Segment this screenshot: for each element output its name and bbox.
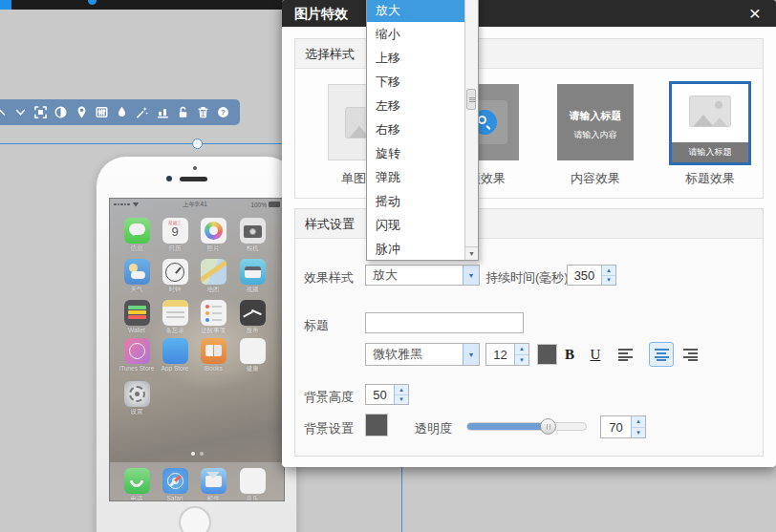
itunes-app-icon <box>124 338 150 364</box>
menu-item-6[interactable]: 右移 <box>367 117 465 141</box>
thumb-label-content: 内容效果 <box>554 170 636 187</box>
app-label: 地图 <box>194 286 232 294</box>
phone-home-button <box>179 506 211 532</box>
move-up-icon[interactable] <box>0 105 8 120</box>
phone-front-camera <box>166 176 172 181</box>
chevron-down-icon[interactable]: ▼ <box>463 266 479 285</box>
dropdown-scrollbar[interactable]: ▼ <box>464 0 478 260</box>
title-input[interactable] <box>365 312 524 333</box>
app-notes: 备忘录 <box>156 300 194 335</box>
location-icon[interactable] <box>74 105 89 120</box>
adjust-icon[interactable] <box>94 105 109 120</box>
app-label: 视频 <box>233 286 271 294</box>
align-left-button[interactable] <box>614 344 636 365</box>
trash-icon[interactable] <box>196 105 211 120</box>
bold-button[interactable]: B <box>559 344 580 365</box>
spinner-down-icon[interactable]: ▼ <box>602 276 615 286</box>
align-right-button[interactable] <box>679 344 701 365</box>
wallet-app-icon <box>124 300 150 326</box>
fullscreen-icon[interactable] <box>33 105 49 120</box>
scrollbar-thumb[interactable] <box>466 89 476 110</box>
duration-spinner[interactable]: 350 ▲▼ <box>567 265 616 286</box>
opacity-slider[interactable] <box>466 422 587 431</box>
move-down-icon[interactable] <box>12 105 28 120</box>
scroll-down-icon[interactable]: ▼ <box>465 246 478 260</box>
menu-item-3[interactable]: 上移 <box>367 46 465 70</box>
menu-item-2[interactable]: 缩小 <box>367 22 465 46</box>
spinner-up-icon[interactable]: ▲ <box>395 385 408 395</box>
phone-screen: 上午9:41 100% 信息星期三9日历照片相机天气时钟地图视频Wallet备忘… <box>110 199 284 500</box>
menu-item-9[interactable]: 摇动 <box>367 189 465 213</box>
app-label: 股市 <box>233 327 271 335</box>
font-color-swatch[interactable] <box>537 344 557 365</box>
effect-style-select[interactable]: 放大 ▼ <box>365 265 480 286</box>
close-icon[interactable]: × <box>744 1 766 26</box>
health-app-icon <box>240 338 266 364</box>
style-thumb-content[interactable]: 请输入标题 请输入内容 <box>557 84 634 160</box>
spinner-up-icon[interactable]: ▲ <box>515 344 528 355</box>
selection-top-edge <box>0 143 283 144</box>
signal-icon <box>114 202 140 207</box>
app-label: 音乐 <box>233 495 271 500</box>
settings-app-icon <box>124 381 150 407</box>
duration-label: 持续时间(毫秒) <box>485 269 569 287</box>
chevron-down-icon[interactable]: ▼ <box>463 344 479 365</box>
safari-app-icon <box>162 468 188 494</box>
app-label: 时钟 <box>156 286 194 294</box>
app-label: 相机 <box>233 245 271 253</box>
app-maps: 地图 <box>194 259 232 294</box>
battery-indicator: 100% <box>250 202 280 208</box>
app-label: 日历 <box>156 245 194 253</box>
menu-item-1[interactable]: 放大 <box>367 0 465 22</box>
iphone-image-element[interactable]: 上午9:41 100% 信息星期三9日历照片相机天气时钟地图视频Wallet备忘… <box>96 156 297 532</box>
app-label: 邮件 <box>194 495 232 500</box>
menu-item-4[interactable]: 下移 <box>367 70 465 94</box>
app-messages: 信息 <box>118 218 156 253</box>
app-label: 备忘录 <box>156 327 194 335</box>
font-family-select[interactable]: 微软雅黑 ▼ <box>365 343 480 366</box>
spinner-up-icon[interactable]: ▲ <box>602 266 615 276</box>
chart-icon[interactable] <box>155 105 170 120</box>
reminders-app-icon <box>201 300 226 326</box>
selection-resize-handle[interactable] <box>192 138 203 149</box>
dialog-header: 图片特效 × <box>282 0 776 27</box>
bg-height-spinner[interactable]: 50 ▲▼ <box>365 384 409 405</box>
magic-wand-icon[interactable] <box>135 105 150 120</box>
appstore-app-icon <box>162 338 188 364</box>
app-reminders: 提醒事项 <box>194 300 232 335</box>
spinner-down-icon[interactable]: ▼ <box>632 428 645 438</box>
bg-color-swatch[interactable] <box>365 414 388 436</box>
bg-setting-label: 背景设置 <box>304 420 354 437</box>
app-calendar: 星期三9日历 <box>156 218 194 253</box>
align-center-button-active[interactable] <box>649 342 674 367</box>
contrast-icon[interactable] <box>54 105 69 120</box>
effect-style-dropdown-menu: 放大缩小上移下移左移右移旋转弹跳摇动闪现脉冲 ▼ <box>366 0 479 261</box>
ibooks-app-icon <box>201 338 226 364</box>
spinner-up-icon[interactable]: ▲ <box>632 416 645 428</box>
spinner-down-icon[interactable]: ▼ <box>515 355 528 366</box>
menu-item-11[interactable]: 脉冲 <box>367 237 465 261</box>
style-thumb-title-selected[interactable]: 请输入标题 <box>669 81 751 165</box>
stocks-app-icon <box>240 300 266 326</box>
app-logo-square <box>0 0 11 10</box>
font-size-spinner[interactable]: 12 ▲▼ <box>485 343 529 366</box>
mail-app-icon <box>201 468 226 494</box>
wifi-icon <box>133 202 140 207</box>
beautify-icon[interactable] <box>115 105 130 120</box>
unlock-icon[interactable] <box>175 105 190 120</box>
spinner-down-icon[interactable]: ▼ <box>395 395 408 405</box>
underline-button[interactable]: U <box>585 344 606 365</box>
app-blue-dot <box>88 0 97 5</box>
app-label: iBooks <box>194 365 232 372</box>
opacity-spinner[interactable]: 70 ▲▼ <box>600 415 646 438</box>
menu-item-8[interactable]: 弹跳 <box>367 165 465 189</box>
app-photos: 照片 <box>194 218 232 253</box>
help-icon[interactable]: ? <box>216 105 231 120</box>
menu-item-10[interactable]: 闪现 <box>367 213 465 237</box>
menu-item-5[interactable]: 左移 <box>367 94 465 117</box>
status-time: 上午9:41 <box>183 201 207 209</box>
menu-item-7[interactable]: 旋转 <box>367 141 465 165</box>
selection-right-edge <box>401 467 402 532</box>
app-settings: 设置 <box>118 381 156 416</box>
phone-speaker <box>180 177 207 181</box>
